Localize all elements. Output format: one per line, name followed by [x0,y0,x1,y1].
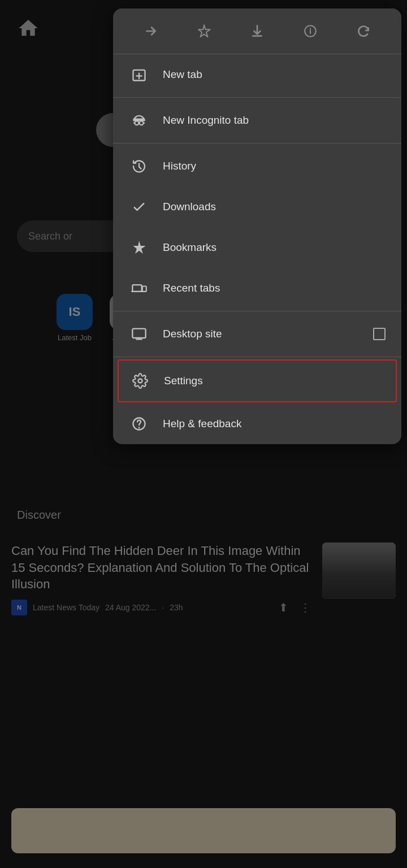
history-icon [129,156,149,176]
help-icon [129,414,149,434]
menu-item-recent-tabs[interactable]: Recent tabs [113,268,401,309]
desktop-site-checkbox[interactable] [373,328,386,340]
toolbar-row [113,8,401,54]
menu-item-label-help-feedback: Help & feedback [163,418,241,430]
svg-point-18 [135,121,138,125]
menu-item-label-incognito: New Incognito tab [163,114,249,127]
menu-item-label-desktop-site: Desktop site [163,328,222,340]
refresh-button[interactable] [351,19,376,44]
divider-4 [113,357,401,357]
menu-item-label-recent-tabs: Recent tabs [163,282,220,294]
svg-rect-17 [133,119,145,121]
menu-item-bookmarks[interactable]: Bookmarks [113,227,401,268]
download-button[interactable] [245,19,270,44]
svg-point-23 [138,379,142,383]
divider-3 [113,311,401,311]
svg-rect-22 [132,329,145,338]
menu-panel: New tab New Incognito tab [113,8,401,444]
new-tab-icon [129,64,149,85]
menu-item-label-bookmarks: Bookmarks [163,241,217,254]
menu-item-desktop-site[interactable]: Desktop site [113,314,401,354]
bookmarks-icon [129,237,149,258]
settings-icon [130,371,150,391]
menu-item-new-tab[interactable]: New tab [113,54,401,95]
menu-item-label-history: History [163,160,196,172]
incognito-icon [129,110,149,131]
checkbox-empty [373,328,386,340]
downloads-icon [129,197,149,217]
menu-item-history[interactable]: History [113,146,401,186]
svg-point-19 [140,121,144,125]
forward-button[interactable] [138,19,163,44]
menu-item-label-downloads: Downloads [163,201,216,213]
svg-rect-20 [132,285,141,292]
recent-tabs-icon [129,278,149,298]
menu-item-settings[interactable]: Settings [118,359,397,402]
menu-item-downloads[interactable]: Downloads [113,186,401,227]
bookmark-button[interactable] [192,19,217,44]
info-button[interactable] [298,19,323,44]
svg-rect-21 [142,287,146,292]
desktop-icon [129,324,149,344]
menu-item-new-incognito-tab[interactable]: New Incognito tab [113,100,401,141]
menu-item-label-settings: Settings [164,375,203,387]
menu-item-help-feedback[interactable]: Help & feedback [113,403,401,444]
divider-1 [113,97,401,98]
svg-point-25 [138,427,139,428]
menu-item-label-new-tab: New tab [163,68,202,81]
divider-2 [113,143,401,144]
